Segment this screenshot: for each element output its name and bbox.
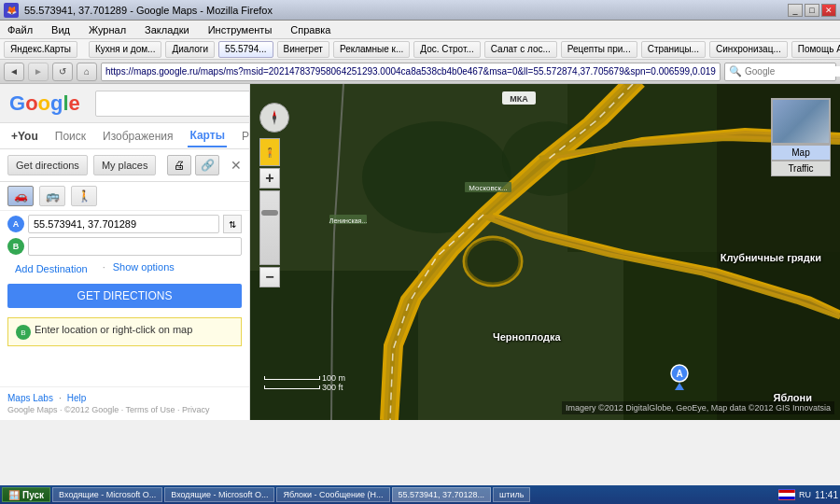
bookmark-coords[interactable]: 55.5794... xyxy=(218,41,273,58)
menu-tools[interactable]: Инструменты xyxy=(204,22,276,37)
show-options-link[interactable]: Show options xyxy=(113,261,175,276)
map-area[interactable]: МКА Московск... Ленинская... Клубничные … xyxy=(250,84,840,420)
menu-bar: Файл Вид Журнал Закладки Инструменты Спр… xyxy=(0,21,840,39)
bookmark-adblock[interactable]: Помощь AdF... xyxy=(791,41,840,58)
bookmark-dialogs[interactable]: Диалоги xyxy=(165,41,215,58)
window-controls[interactable]: _ □ ✕ xyxy=(788,4,836,17)
title-bar: 🦊 55.573941, 37.701289 - Google Maps - M… xyxy=(0,0,840,21)
map-type-map-button[interactable]: Map xyxy=(771,145,831,161)
help-link[interactable]: Help xyxy=(67,393,87,403)
taskbar-language-flag xyxy=(778,489,795,500)
nav-bar: ◄ ► ↺ ⌂ 🔍 xyxy=(0,60,840,84)
bookmark-build[interactable]: Дос. Строт... xyxy=(413,41,481,58)
route-input-a[interactable] xyxy=(28,215,219,233)
get-directions-button[interactable]: GET DIRECTIONS xyxy=(7,284,242,308)
route-input-b[interactable] xyxy=(28,237,242,256)
scale-label-metric: 100 m xyxy=(322,373,345,383)
marker-a: A xyxy=(7,216,24,232)
zoom-slider[interactable] xyxy=(259,190,280,265)
bookmark-kitchen[interactable]: Кухня и дом... xyxy=(89,41,162,58)
transport-modes-row: 🚗 🚌 🚶 xyxy=(0,182,249,211)
pegman-button[interactable]: 🧍 xyxy=(259,138,280,166)
scale-ruler-imperial xyxy=(264,385,320,389)
gnav-images[interactable]: Изображения xyxy=(101,126,175,147)
taskbar-item-4[interactable]: штиль xyxy=(493,487,530,502)
map-type-traffic-button[interactable]: Traffic xyxy=(771,161,831,176)
menu-help[interactable]: Справка xyxy=(287,22,334,37)
maximize-button[interactable]: □ xyxy=(805,4,819,17)
menu-view[interactable]: Вид xyxy=(48,22,74,37)
close-button[interactable]: ✕ xyxy=(821,4,836,17)
map-marker-a: A xyxy=(670,364,689,393)
menu-history[interactable]: Журнал xyxy=(85,22,130,37)
transport-car[interactable]: 🚗 xyxy=(7,186,34,206)
gnav-play[interactable]: Play xyxy=(240,126,250,147)
svg-marker-17 xyxy=(675,383,684,390)
bookmark-yandex-maps[interactable]: Яндекс.Карты xyxy=(4,41,77,58)
google-top: Google ▼ 🔍 vasiliska-d@yandex.ru xyxy=(0,84,249,123)
taskbar: 🪟 Пуск Входящие - Microsoft O... Входящи… xyxy=(0,485,840,504)
zoom-in-button[interactable]: + xyxy=(259,168,280,189)
home-button[interactable]: ⌂ xyxy=(77,63,97,81)
zoom-out-button[interactable]: − xyxy=(259,267,280,287)
url-bar-wrapper[interactable] xyxy=(101,63,721,81)
google-search-box[interactable]: ▼ xyxy=(95,91,250,117)
zoom-thumb[interactable] xyxy=(261,210,278,216)
notice-marker-b: B xyxy=(16,325,31,340)
gnav-search[interactable]: Поиск xyxy=(53,126,88,147)
svg-point-20 xyxy=(273,116,276,119)
my-places-tab[interactable]: My places xyxy=(93,155,157,175)
route-inputs: A ⇅ B xyxy=(0,211,249,259)
svg-text:Ленинская...: Ленинская... xyxy=(329,217,367,224)
svg-text:Московск...: Московск... xyxy=(469,184,508,192)
bookmark-recipes[interactable]: Рецепты при... xyxy=(561,41,637,58)
bookmark-salad[interactable]: Салат с лос... xyxy=(484,41,557,58)
link-button[interactable]: 🔗 xyxy=(195,155,219,175)
gnav-plus[interactable]: +You xyxy=(9,126,40,147)
bookmark-sync[interactable]: Синхронизац... xyxy=(709,41,788,58)
compass-button[interactable] xyxy=(259,103,289,133)
back-button[interactable]: ◄ xyxy=(4,63,24,81)
taskbar-item-3[interactable]: 55.573941, 37.70128... xyxy=(392,487,492,502)
menu-bookmarks[interactable]: Закладки xyxy=(141,22,193,37)
add-destination-link[interactable]: Add Destination xyxy=(7,261,95,276)
map-type-selector[interactable]: Map Traffic xyxy=(771,98,831,176)
svg-text:МКА: МКА xyxy=(510,94,528,104)
taskbar-right: RU 11:41 xyxy=(778,489,838,500)
scale-metric: 100 m xyxy=(264,373,345,383)
get-directions-tab[interactable]: Get directions xyxy=(7,155,88,175)
url-input[interactable] xyxy=(105,66,716,77)
directions-notice: B Enter location or right-click on map xyxy=(7,317,242,346)
search-bar-wrapper[interactable]: 🔍 xyxy=(724,63,836,81)
taskbar-item-2[interactable]: Яблоки - Сообщение (Н... xyxy=(276,487,389,502)
start-label: Пуск xyxy=(22,490,44,500)
map-controls[interactable]: 🧍 + − xyxy=(259,103,289,287)
transport-walk[interactable]: 🚶 xyxy=(71,186,97,206)
start-button[interactable]: 🪟 Пуск xyxy=(2,487,50,502)
bookmark-ads[interactable]: Рекламные к... xyxy=(333,41,410,58)
browser-search-input[interactable] xyxy=(745,66,840,77)
marker-b: B xyxy=(7,238,24,255)
route-input-a-row: A ⇅ xyxy=(7,215,242,233)
close-sidebar-button[interactable]: ✕ xyxy=(231,158,242,173)
menu-file[interactable]: Файл xyxy=(4,22,36,37)
transport-transit[interactable]: 🚌 xyxy=(39,186,65,206)
taskbar-item-1[interactable]: Входящие - Microsoft О... xyxy=(164,487,274,502)
gnav-maps[interactable]: Карты xyxy=(188,125,226,147)
bookmark-pages[interactable]: Страницы... xyxy=(641,41,706,58)
scale-imperial: 300 ft xyxy=(264,383,345,392)
google-search-input[interactable] xyxy=(102,96,250,110)
forward-button[interactable]: ► xyxy=(28,63,49,81)
bookmark-vinegret[interactable]: Винегрет xyxy=(277,41,329,58)
minimize-button[interactable]: _ xyxy=(788,4,803,17)
swap-routes-button[interactable]: ⇅ xyxy=(223,215,242,233)
taskbar-time: 11:41 xyxy=(815,490,838,500)
maps-labs-link[interactable]: Maps Labs xyxy=(7,393,53,403)
route-extra-links: Add Destination · Show options xyxy=(0,259,249,278)
reload-button[interactable]: ↺ xyxy=(52,63,73,81)
scale-bar: 100 m 300 ft xyxy=(264,373,345,392)
taskbar-item-0[interactable]: Входящие - Microsoft O... xyxy=(52,487,162,502)
svg-text:A: A xyxy=(676,369,682,379)
scale-line: 100 m 300 ft xyxy=(264,373,345,392)
print-button[interactable]: 🖨 xyxy=(167,155,191,175)
